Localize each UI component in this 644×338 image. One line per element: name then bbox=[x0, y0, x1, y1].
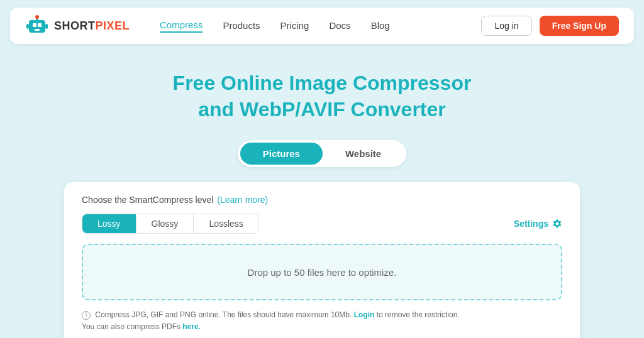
nav-products[interactable]: Products bbox=[223, 20, 260, 32]
footer-note: i Compress JPG, GIF and PNG online. The … bbox=[82, 309, 562, 333]
svg-rect-6 bbox=[26, 24, 29, 29]
nav-blog[interactable]: Blog bbox=[371, 20, 390, 32]
logo-text: SHORTPIXEL bbox=[54, 19, 130, 33]
main-content: Free Online Image Compressor and WebP/AV… bbox=[0, 52, 644, 338]
info-icon: i bbox=[82, 311, 91, 320]
footer-here-link[interactable]: here. bbox=[182, 322, 201, 331]
level-lossless[interactable]: Lossless bbox=[194, 214, 258, 233]
nav-links: Compress Products Pricing Docs Blog bbox=[160, 19, 481, 33]
tab-pictures[interactable]: Pictures bbox=[240, 143, 323, 165]
svg-rect-3 bbox=[35, 29, 40, 31]
signup-button[interactable]: Free Sign Up bbox=[540, 16, 619, 36]
level-lossy[interactable]: Lossy bbox=[82, 214, 136, 233]
drop-zone-text: Drop up to 50 files here to optimize. bbox=[248, 267, 397, 278]
footer-line1: Compress JPG, GIF and PNG online. The fi… bbox=[95, 310, 352, 319]
footer-line3: You can also compress PDFs bbox=[82, 322, 180, 331]
nav-pricing[interactable]: Pricing bbox=[280, 20, 309, 32]
svg-rect-2 bbox=[38, 23, 42, 27]
svg-rect-7 bbox=[45, 24, 48, 29]
learn-more-link[interactable]: (Learn more) bbox=[217, 195, 268, 205]
svg-point-5 bbox=[35, 15, 39, 19]
compression-levels: Lossy Glossy Lossless Settings bbox=[82, 214, 562, 234]
nav-compress[interactable]: Compress bbox=[160, 19, 203, 33]
tab-container: Pictures Website bbox=[238, 140, 406, 167]
nav-actions: Log in Free Sign Up bbox=[481, 16, 619, 36]
levels-group: Lossy Glossy Lossless bbox=[82, 214, 259, 234]
tab-website[interactable]: Website bbox=[323, 143, 404, 165]
level-glossy[interactable]: Glossy bbox=[136, 214, 194, 233]
settings-label: Settings bbox=[514, 219, 548, 229]
nav-docs[interactable]: Docs bbox=[329, 20, 350, 32]
smartcompress-row: Choose the SmartCompress level (Learn mo… bbox=[82, 195, 562, 205]
smartcompress-label: Choose the SmartCompress level bbox=[82, 195, 213, 205]
compress-card: Choose the SmartCompress level (Learn mo… bbox=[64, 182, 580, 338]
logo-icon bbox=[25, 14, 49, 38]
svg-rect-1 bbox=[33, 23, 36, 27]
login-button[interactable]: Log in bbox=[481, 16, 531, 36]
logo[interactable]: SHORTPIXEL bbox=[25, 14, 130, 38]
navbar: SHORTPIXEL Compress Products Pricing Doc… bbox=[10, 8, 634, 44]
footer-login-link[interactable]: Login bbox=[354, 310, 375, 319]
settings-button[interactable]: Settings bbox=[514, 219, 562, 229]
hero-title: Free Online Image Compressor and WebP/AV… bbox=[173, 70, 472, 123]
gear-icon bbox=[552, 219, 562, 229]
drop-zone[interactable]: Drop up to 50 files here to optimize. bbox=[82, 244, 562, 300]
